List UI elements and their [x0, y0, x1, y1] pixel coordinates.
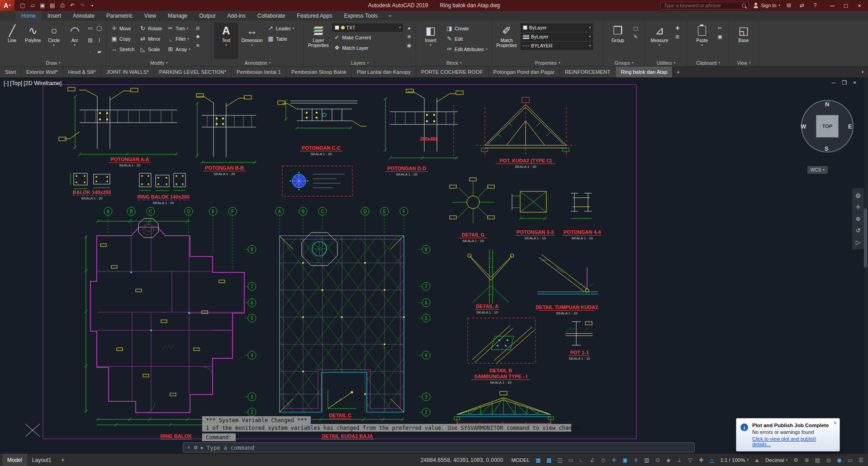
lineweight-icon[interactable]: ≡ [631, 455, 640, 465]
notification-link[interactable]: Click to view plot and publish details..… [752, 436, 835, 447]
ucs-icon[interactable] [25, 424, 40, 437]
dimension-button[interactable]: ↔Dimension▾ [240, 23, 264, 59]
infer-constraints-icon[interactable]: ◫ [555, 455, 564, 465]
model-space-toggle[interactable]: MODEL [509, 455, 532, 465]
new-file-icon[interactable]: ▢ [18, 1, 27, 10]
cad-detail-kuda2-elevation[interactable] [454, 391, 554, 425]
panel-label-modify[interactable]: Modify▾ [107, 59, 211, 67]
annotation-visibility-icon[interactable]: △ [707, 455, 716, 465]
view-menu-control[interactable]: [Top] [10, 80, 22, 86]
tab-view[interactable]: View [138, 11, 162, 21]
zoom-icon[interactable]: ⊕ [856, 216, 861, 222]
file-tab[interactable]: Pembesian Sloop Balok [286, 67, 352, 77]
cad-detail-b[interactable]: DETAIL B SAMBUNGAN TYPE - I SKALA 1 : 10 [468, 318, 536, 385]
panel-label-block[interactable]: Block▾ [416, 59, 492, 67]
svg-text:POTONGAN D-D[interactable]: POTONGAN D-D [387, 166, 426, 171]
showmotion-icon[interactable]: ▷ [856, 239, 860, 245]
svg-text:POT. KUDA2 (TYPE C)[interactable]: POT. KUDA2 (TYPE C) [499, 158, 552, 163]
mirror-button[interactable]: ⇄Mirror [138, 34, 163, 43]
copy-button[interactable]: ▣Copy [109, 34, 136, 43]
tab-collaborate[interactable]: Collaborate [251, 11, 291, 21]
ellipse-icon[interactable]: ◯ [95, 24, 103, 32]
minimize-icon[interactable]: ─ [825, 0, 839, 11]
selection-filtering-icon[interactable]: ▽ [685, 455, 695, 465]
viewport-menu-control[interactable]: [-] [4, 80, 9, 86]
array-button[interactable]: ⊞Array▾ [166, 44, 192, 54]
point-icon[interactable]: · [86, 48, 94, 55]
drawing-close-icon[interactable]: × [853, 80, 856, 86]
svg-text:RING BALOK[interactable]: RING BALOK [160, 433, 192, 439]
table-button[interactable]: ▦Table [266, 34, 295, 43]
command-input[interactable] [207, 444, 690, 451]
tab-manage[interactable]: Manage [162, 11, 193, 21]
grid-icon[interactable]: ▦ [533, 455, 543, 465]
quick-properties-icon[interactable]: ▤ [813, 455, 822, 465]
close-icon[interactable]: × [853, 0, 866, 11]
workspace-switching-icon[interactable]: ⚙ [791, 455, 801, 465]
hatch-icon[interactable]: ▨ [86, 36, 94, 43]
cad-detail-tumpuan-kuda2[interactable]: DETAIL TUMPUAN KUDA2 SKALA 1 : 10 [536, 255, 598, 315]
group-button[interactable]: ❒Group [606, 23, 630, 59]
cad-detail-c[interactable]: DETAIL C [328, 390, 356, 418]
selection-cycling-icon[interactable]: ⊙ [653, 455, 662, 465]
trim-button[interactable]: ✂Trim▾ [166, 24, 192, 33]
isometric-drafting-icon[interactable]: ◇ [598, 455, 608, 465]
svg-text:POT 1-1[interactable]: POT 1-1 [570, 350, 589, 355]
viewcube-west[interactable]: W [801, 123, 806, 130]
layer-select[interactable]: TXT ▾ [332, 24, 403, 32]
arc-button[interactable]: ◠Arc▾ [66, 23, 84, 59]
svg-text:POTONGAN 3-3[interactable]: POTONGAN 3-3 [517, 229, 554, 235]
navigation-wheel-icon[interactable]: ◍ [855, 192, 860, 198]
coordinates-display[interactable]: 24884.6558, 40391.1093, 0.0000 [421, 457, 503, 463]
svg-text:DETAIL A[interactable]: DETAIL A [476, 304, 498, 309]
quick-calc-icon[interactable]: ⊞ [674, 33, 681, 40]
panel-label-view[interactable]: View▾ [729, 59, 759, 67]
panel-label-draw[interactable]: Draw▾ [0, 59, 106, 67]
command-customize-icon[interactable]: ⚙ [193, 445, 198, 451]
leader-button[interactable]: ↗Leader▾ [266, 24, 295, 33]
svg-text:DETAIL B[interactable]: DETAIL B [489, 368, 512, 373]
drawing-minimize-icon[interactable]: ─ [832, 80, 836, 86]
canvas-scrollbar-thumb[interactable] [864, 209, 867, 267]
file-tab[interactable]: Exterior Wall* [21, 67, 63, 77]
layer-lock-icon[interactable]: ◉ [405, 42, 413, 49]
cad-detail-a[interactable]: DETAIL A SKALA 1 : 10 [468, 249, 514, 314]
polyline-button[interactable]: ∿Polyline [24, 23, 42, 59]
customization-icon[interactable]: ☰ [856, 455, 866, 465]
tab-annotate[interactable]: Annotate [67, 11, 100, 21]
base-button[interactable]: ◱Base [732, 23, 755, 59]
autoscale-icon[interactable]: ▲ [752, 455, 762, 465]
grid-bubbles-left[interactable]: A B C D E F 8 7 6 5 4 3 2 [104, 207, 256, 416]
cad-detail-potongan-dd[interactable]: 200x400 POTONGAN D-D SKALA 1 : 20 [384, 89, 463, 176]
file-tab-overflow-icon[interactable]: ▾ [857, 67, 868, 77]
scale-button[interactable]: ◺Scale [138, 44, 163, 54]
svg-text:RING BALOK 140x200[interactable]: RING BALOK 140x200 [137, 194, 190, 200]
group-edit-icon[interactable]: ✎ [632, 33, 640, 40]
graphics-performance-icon[interactable]: ◉ [835, 455, 844, 465]
dynamic-ucs-icon[interactable]: ⊥ [674, 455, 684, 465]
file-tab[interactable]: Plat Lantai dan Kanopy [352, 67, 416, 77]
cad-detail-keynote-box[interactable] [282, 166, 352, 196]
cad-detail-potongan-bb[interactable]: POTONGAN B-B SKALA 1 : 20 [195, 94, 256, 176]
help-icon[interactable]: ? [811, 1, 820, 10]
ungroup-icon[interactable]: ▢ [632, 24, 640, 32]
tab-insert[interactable]: Insert [42, 11, 67, 21]
cad-detail-pot-kuda2[interactable]: POT. KUDA2 (TYPE C) SKALA 1 : 20 [476, 97, 575, 169]
file-tab[interactable]: REINFORCEMENT [560, 67, 616, 77]
panel-label-properties[interactable]: Properties▾ [492, 59, 603, 67]
region-icon[interactable]: ▰ [95, 48, 103, 55]
file-tab[interactable]: JOINT IN WALLS* [101, 67, 154, 77]
canvas-scrollbar[interactable] [864, 77, 868, 453]
search-input[interactable] [664, 3, 740, 8]
cad-bottom-labels[interactable]: RING BALOK DETAIL KUDA2 BAJA [160, 433, 374, 439]
transparency-icon[interactable]: ▨ [642, 455, 651, 465]
svg-text:POTONGAN A-A[interactable]: POTONGAN A-A [110, 157, 149, 162]
file-tab-active[interactable]: Ring balok dan Atap [616, 67, 673, 77]
new-layout-icon[interactable]: + [56, 454, 69, 466]
model-tab[interactable]: Model [2, 454, 27, 466]
file-tab[interactable]: PORTE COCHERE ROOF [416, 67, 489, 77]
tab-add-ins[interactable]: Add-ins [221, 11, 251, 21]
tab-parametric[interactable]: Parametric [100, 11, 138, 21]
cad-detail-potongan-44[interactable]: POTONGAN 4-4 SKALA 1 : 10 [563, 193, 602, 240]
units-control[interactable]: Decimal▾ [763, 455, 790, 465]
